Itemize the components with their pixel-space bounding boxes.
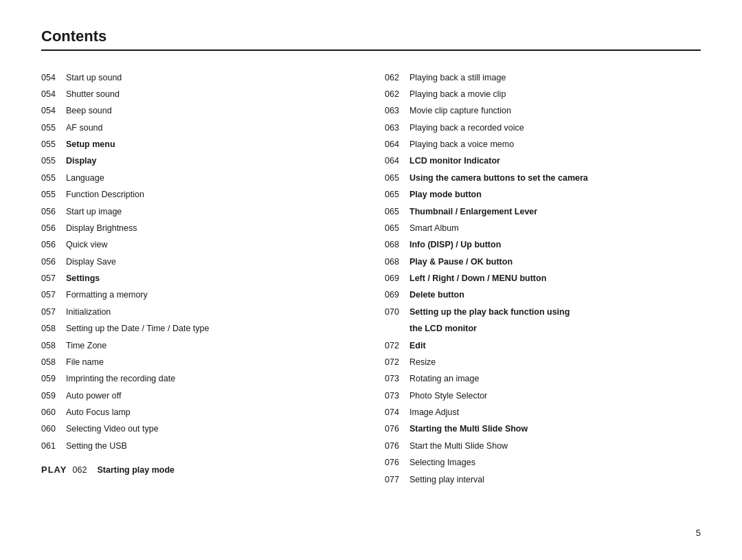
toc-label: Setting up the Date / Time / Date type (66, 322, 209, 335)
toc-label: Selecting Video out type (66, 423, 159, 436)
list-item: 057Settings (41, 271, 357, 287)
list-item: 063Movie clip capture function (385, 104, 701, 119)
list-item: 060Selecting Video out type (41, 422, 357, 437)
list-item: 061Setting the USB (41, 438, 357, 453)
toc-number: 057 (41, 289, 66, 302)
toc-number: 055 (41, 188, 66, 201)
toc-number: 056 (41, 238, 66, 251)
play-label: PLAY (41, 463, 67, 477)
toc-number: 070 (385, 306, 409, 319)
content-area: 054Start up sound054Shutter sound054Beep… (41, 70, 701, 533)
toc-number: 063 (385, 104, 409, 117)
toc-label: LCD monitor Indicator (409, 155, 500, 168)
toc-number: 054 (41, 88, 66, 101)
list-item: 068Info (DISP) / Up button (385, 238, 701, 253)
toc-number: 059 (41, 390, 66, 403)
list-item: 059Imprinting the recording date (41, 372, 357, 387)
toc-number: 077 (385, 473, 409, 486)
toc-label: Starting play mode (97, 464, 175, 477)
toc-label: Display (66, 155, 96, 168)
toc-number: 056 (41, 205, 66, 219)
toc-label: Auto power off (66, 390, 121, 403)
toc-number: 065 (385, 172, 409, 185)
toc-label: Display Brightness (66, 222, 137, 235)
toc-label: Rotating an image (409, 372, 479, 385)
page-number: 5 (696, 528, 701, 538)
toc-number: 072 (385, 356, 409, 369)
right-column: 062Playing back a still image062Playing … (385, 70, 701, 533)
toc-label: Play & Pause / OK button (409, 256, 513, 269)
list-item: 063Playing back a recorded voice (385, 120, 701, 135)
toc-number: 058 (41, 339, 66, 352)
toc-label: Starting the Multi Slide Show (409, 423, 528, 436)
list-item: 074Image Adjust (385, 405, 701, 421)
toc-label: Using the camera buttons to set the came… (409, 172, 588, 185)
toc-number: 062 (385, 88, 409, 101)
toc-label: Selecting Images (409, 456, 475, 469)
list-item: 056Display Brightness (41, 221, 357, 236)
list-item: 062Playing back a still image (385, 70, 701, 85)
toc-label: Setting play interval (409, 473, 484, 486)
toc-label: Language (66, 172, 104, 185)
toc-number: 060 (41, 423, 66, 436)
toc-label: Play mode button (409, 188, 482, 201)
toc-number: 064 (385, 138, 409, 151)
toc-number: 062 (385, 71, 409, 85)
toc-label: Start up sound (66, 71, 122, 85)
list-item: 057Initialization (41, 304, 357, 320)
toc-number: 062 (72, 464, 97, 477)
left-column: 054Start up sound054Shutter sound054Beep… (41, 70, 357, 533)
list-item: 065Play mode button (385, 188, 701, 203)
toc-number: 061 (41, 440, 66, 453)
list-item: 072Resize (385, 355, 701, 370)
play-footer-row: PLAY062Starting play mode (41, 462, 357, 478)
list-item: the LCD monitor (385, 322, 701, 337)
toc-label: Setup menu (66, 138, 115, 151)
toc-number: 059 (41, 372, 66, 385)
toc-number: 076 (385, 423, 409, 436)
toc-number: 055 (41, 155, 66, 168)
list-item: 073Rotating an image (385, 372, 701, 387)
toc-label: Playing back a still image (409, 71, 506, 85)
toc-label: AF sound (66, 122, 103, 135)
toc-number: 072 (385, 339, 409, 352)
list-item: 064Playing back a voice memo (385, 137, 701, 153)
list-item: 077Setting play interval (385, 472, 701, 487)
toc-label: Function Description (66, 188, 144, 201)
toc-number: 056 (41, 222, 66, 235)
page-header: Contents (41, 27, 701, 51)
toc-label: Playing back a movie clip (409, 88, 506, 101)
toc-label: Resize (409, 356, 436, 369)
toc-label: Display Save (66, 256, 116, 269)
list-item: 072Edit (385, 338, 701, 353)
list-item: 055Display (41, 154, 357, 169)
list-item: 055Function Description (41, 188, 357, 203)
page-title: Contents (41, 27, 701, 45)
list-item: 070Setting up the play back function usi… (385, 304, 701, 320)
list-item: 056Start up image (41, 204, 357, 219)
toc-number: 060 (41, 406, 66, 419)
toc-label: Playing back a voice memo (409, 138, 514, 151)
toc-label: Quick view (66, 238, 107, 251)
list-item: 060Auto Focus lamp (41, 405, 357, 421)
list-item: 065Thumbnail / Enlargement Lever (385, 204, 701, 219)
toc-number: 064 (385, 155, 409, 168)
toc-label: Formatting a memory (66, 289, 148, 302)
list-item: 054Start up sound (41, 70, 357, 85)
toc-label: Smart Album (409, 222, 459, 235)
toc-label: File name (66, 356, 104, 369)
list-item: 056Display Save (41, 254, 357, 269)
list-item: 065Using the camera buttons to set the c… (385, 170, 701, 186)
toc-label: Auto Focus lamp (66, 406, 131, 419)
toc-label: Left / Right / Down / MENU button (409, 272, 546, 285)
list-item: 058File name (41, 355, 357, 370)
toc-label: Time Zone (66, 339, 106, 352)
toc-number: 073 (385, 372, 409, 385)
toc-number: 056 (41, 256, 66, 269)
toc-number: 069 (385, 272, 409, 285)
list-item: 054Beep sound (41, 104, 357, 119)
toc-number: 058 (41, 322, 66, 335)
toc-label: Initialization (66, 306, 111, 319)
list-item: 054Shutter sound (41, 87, 357, 102)
toc-number: 076 (385, 440, 409, 453)
